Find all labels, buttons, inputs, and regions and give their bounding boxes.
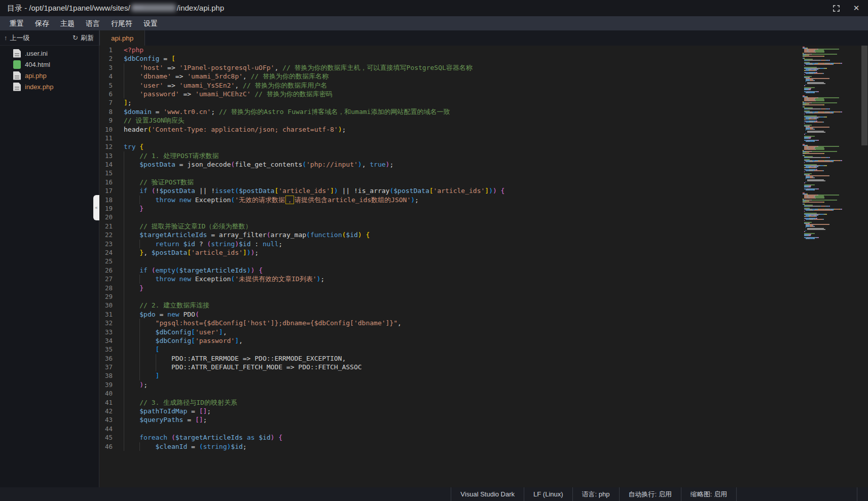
status-item[interactable]: 语言: php	[572, 487, 619, 501]
status-item[interactable]: Visual Studio Dark	[451, 487, 524, 501]
refresh-icon: ↻	[73, 34, 78, 42]
line-number: 33	[99, 328, 113, 336]
code-line[interactable]: 30// 2. 建立数据库连接	[99, 301, 802, 310]
code-line[interactable]: 14$postData = json_decode(file_get_conte…	[99, 160, 802, 169]
code-line[interactable]: 36PDO::ATTR_ERRMODE => PDO::ERRMODE_EXCE…	[99, 354, 802, 363]
line-content: // 3. 生成路径与ID的映射关系	[124, 398, 237, 407]
line-number: 13	[99, 151, 113, 160]
code-line[interactable]: 42$pathToIdMap = [];	[99, 407, 802, 415]
code-line[interactable]: 16// 验证POST数据	[99, 178, 802, 186]
line-number: 8	[99, 107, 113, 116]
line-content: $domain = 'www.tr0.cn'; // 替换为你的Astro Fu…	[124, 107, 450, 116]
status-item[interactable]: 自动换行: 启用	[619, 487, 681, 501]
line-number: 1	[99, 46, 113, 54]
file-item[interactable]: api.php	[0, 70, 99, 81]
minimap[interactable]	[803, 47, 844, 241]
line-number: 7	[99, 98, 113, 107]
code-line[interactable]: 33$dbConfig['user'],	[99, 328, 802, 336]
code-line[interactable]: 34$dbConfig['password'],	[99, 336, 802, 345]
code-line[interactable]: 8$domain = 'www.tr0.cn'; // 替换为你的Astro F…	[99, 107, 802, 116]
code-line[interactable]: 31$pdo = new PDO(	[99, 310, 802, 319]
menu-item[interactable]: 主题	[56, 16, 79, 30]
code-line[interactable]: 45foreach ($targetArticleIds as $id) {	[99, 433, 802, 442]
code-line[interactable]: 23return $id ? (string)$id : null;	[99, 240, 802, 248]
code-line[interactable]: 1<?php	[99, 46, 802, 54]
line-number: 4	[99, 72, 113, 81]
up-directory-button[interactable]: ↑ 上一级	[4, 33, 30, 43]
file-name: .user.ini	[25, 50, 48, 57]
code-line[interactable]: 7];	[99, 98, 802, 107]
code-line[interactable]: 38]	[99, 371, 802, 380]
code-line[interactable]: 3'host' => '1Panel-postgresql-uOFp', // …	[99, 63, 802, 72]
scrollbar-thumb[interactable]	[861, 46, 867, 145]
menu-item[interactable]: 行尾符	[106, 16, 137, 30]
up-arrow-icon: ↑	[4, 34, 8, 42]
status-item[interactable]: 缩略图: 启用	[681, 487, 736, 501]
code-area[interactable]: 1<?php2$dbConfig = [3'host' => '1Panel-p…	[99, 46, 802, 487]
code-line[interactable]: 11	[99, 134, 802, 142]
code-line[interactable]: 37PDO::ATTR_DEFAULT_FETCH_MODE => PDO::F…	[99, 363, 802, 371]
code-line[interactable]: 32"pgsql:host={$dbConfig['host']};dbname…	[99, 319, 802, 327]
line-number: 26	[99, 266, 113, 275]
code-line[interactable]: 17if (!$postData || !isset($postData['ar…	[99, 186, 802, 195]
line-content: ]	[124, 371, 159, 380]
line-number: 41	[99, 398, 113, 407]
line-number: 17	[99, 186, 113, 195]
file-icon	[13, 71, 21, 80]
code-line[interactable]: 39);	[99, 380, 802, 389]
code-line[interactable]: 6'password' => 'umami_HCEhzC' // 替换为你的数据…	[99, 90, 802, 98]
close-icon: ✕	[853, 4, 860, 13]
code-line[interactable]: 13// 1. 处理POST请求数据	[99, 151, 802, 160]
menu-item[interactable]: 语言	[81, 16, 104, 30]
menu-item[interactable]: 重置	[5, 16, 28, 30]
code-line[interactable]: 4'dbname' => 'umami_5rdc8p', // 替换为你的数据库…	[99, 72, 802, 81]
code-line[interactable]: 35[	[99, 345, 802, 354]
line-number: 21	[99, 222, 113, 230]
close-button[interactable]: ✕	[852, 4, 861, 13]
code-line[interactable]: 46$cleanId = (string)$id;	[99, 442, 802, 451]
line-content: $pdo = new PDO(	[124, 310, 199, 319]
code-line[interactable]: 43$queryPaths = [];	[99, 415, 802, 424]
code-line[interactable]: 20	[99, 213, 802, 221]
menu-item[interactable]: 保存	[30, 16, 54, 30]
code-line[interactable]: 9// 设置JSON响应头	[99, 116, 802, 125]
line-content: if (empty($targetArticleIds)) {	[124, 266, 263, 275]
file-item[interactable]: index.php	[0, 81, 99, 92]
sidebar-header: ↑ 上一级 ↻ 刷新	[0, 30, 99, 46]
file-item[interactable]: 404.html	[0, 59, 99, 70]
menu-item[interactable]: 设置	[139, 16, 162, 30]
line-number: 6	[99, 90, 113, 98]
code-line[interactable]: 28}	[99, 284, 802, 292]
code-line[interactable]: 2$dbConfig = [	[99, 54, 802, 63]
code-line[interactable]: 41// 3. 生成路径与ID的映射关系	[99, 398, 802, 407]
code-line[interactable]: 19}	[99, 204, 802, 213]
code-line[interactable]: 26if (empty($targetArticleIds)) {	[99, 266, 802, 275]
code-line[interactable]: 5'user' => 'umami_YsSEn2', // 替换为你的数据库用户…	[99, 81, 802, 90]
status-item[interactable]: LF (Linux)	[524, 487, 572, 501]
code-line[interactable]: 15	[99, 169, 802, 177]
code-line[interactable]: 29	[99, 292, 802, 301]
main-area: .user.ini404.htmlapi.phpindex.php « 1<?p…	[0, 46, 868, 487]
code-line[interactable]: 24}, $postData['article_ids']));	[99, 248, 802, 257]
file-item[interactable]: .user.ini	[0, 48, 99, 59]
code-line[interactable]: 44	[99, 425, 802, 433]
status-items: Visual Studio DarkLF (Linux)语言: php自动换行:…	[451, 487, 736, 501]
code-line[interactable]: 25	[99, 257, 802, 265]
line-content	[124, 213, 139, 221]
code-line[interactable]: 27throw new Exception('未提供有效的文章ID列表');	[99, 275, 802, 283]
code-editor[interactable]: 1<?php2$dbConfig = [3'host' => '1Panel-p…	[99, 46, 868, 487]
editor-scrollbar[interactable]	[861, 46, 868, 487]
line-number: 19	[99, 204, 113, 213]
refresh-button[interactable]: ↻ 刷新	[73, 33, 94, 43]
title-bar: 目录 - /opt/1panel/1panel/www/sites/••••••…	[0, 0, 868, 16]
code-line[interactable]: 40	[99, 389, 802, 398]
code-line[interactable]: 22$targetArticleIds = array_filter(array…	[99, 230, 802, 239]
code-line[interactable]: 18throw new Exception('无效的请求数据，请提供包含arti…	[99, 196, 802, 204]
code-line[interactable]: 10header('Content-Type: application/json…	[99, 125, 802, 134]
code-line[interactable]: 12try {	[99, 142, 802, 151]
tab-api-php[interactable]: api.php	[99, 30, 145, 46]
line-number: 38	[99, 371, 113, 380]
sidebar-collapse-handle[interactable]: «	[93, 195, 99, 220]
code-line[interactable]: 21// 提取并验证文章ID（必须为整数）	[99, 222, 802, 230]
fullscreen-button[interactable]	[831, 4, 841, 13]
